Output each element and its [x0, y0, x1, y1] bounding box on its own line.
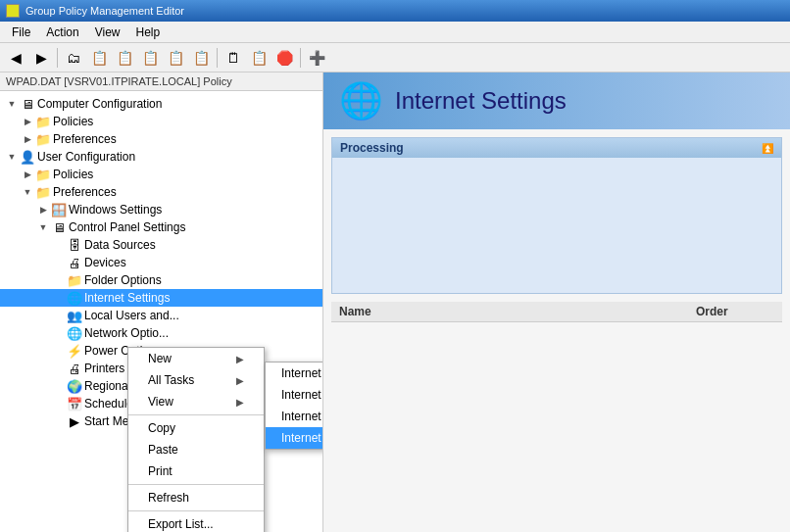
menu-action[interactable]: Action	[38, 24, 86, 41]
ctx-refresh[interactable]: Refresh	[128, 487, 264, 508]
icon-policies-2: 📁	[35, 167, 51, 182]
col-name-header: Name	[339, 305, 696, 318]
tree-item-data-sources[interactable]: 🗄Data Sources	[0, 236, 322, 254]
icon-computer-config: 🖥	[20, 96, 35, 112]
toolbar-btn-5[interactable]: 📋	[164, 46, 187, 70]
sub-ie56[interactable]: Internet Explorer 5 and 6	[266, 363, 323, 384]
expander-local-users[interactable]	[51, 308, 67, 323]
expander-policies-1[interactable]: ▶	[20, 114, 35, 129]
icon-local-users: 👥	[67, 308, 82, 323]
collapse-button[interactable]: ⏫	[762, 143, 773, 154]
ctx-all-tasks-arrow: ▶	[236, 375, 244, 386]
toolbar-btn-4[interactable]: 📋	[138, 46, 162, 70]
toolbar-btn-3[interactable]: 📋	[113, 46, 136, 70]
menu-view[interactable]: View	[87, 24, 128, 41]
icon-preferences-1: 📁	[35, 131, 51, 147]
tree-item-preferences-1[interactable]: ▶📁Preferences	[0, 130, 322, 148]
address-bar: WPAD.DAT [VSRV01.ITPIRATE.LOCAL] Policy	[0, 73, 322, 91]
tree-item-control-panel[interactable]: ▼🖥Control Panel Settings	[0, 218, 322, 236]
tree-item-network-options[interactable]: 🌐Network Optio...	[0, 324, 322, 342]
icon-devices: 🖨	[67, 255, 82, 270]
toolbar-btn-add[interactable]: ➕	[305, 46, 328, 70]
sub-ie10[interactable]: Internet Explorer 10	[266, 427, 323, 449]
icon-folder-options: 📁	[67, 272, 82, 288]
toolbar-btn-6[interactable]: 📋	[189, 46, 213, 70]
menu-help[interactable]: Help	[128, 24, 169, 41]
header-title: Internet Settings	[395, 87, 567, 115]
tree-item-computer-config[interactable]: ▼🖥Computer Configuration	[0, 95, 322, 113]
menu-file[interactable]: File	[4, 24, 38, 41]
menu-bar: File Action View Help	[0, 22, 790, 43]
ctx-sep-3	[128, 510, 264, 511]
label-data-sources: Data Sources	[84, 238, 156, 252]
expander-folder-options[interactable]	[51, 272, 67, 288]
expander-devices[interactable]	[51, 255, 67, 270]
expander-power-options[interactable]	[51, 343, 67, 359]
expander-preferences-1[interactable]: ▶	[20, 131, 35, 147]
ctx-export[interactable]: Export List...	[128, 513, 264, 532]
toolbar-btn-8[interactable]: 📋	[247, 46, 271, 70]
toolbar-btn-9[interactable]: 🛑	[272, 46, 296, 70]
label-user-config: User Configuration	[37, 150, 135, 164]
title-bar: Group Policy Management Editor	[0, 0, 790, 22]
sub-ie7[interactable]: Internet Explorer 7	[266, 384, 323, 406]
tree-item-user-config[interactable]: ▼👤User Configuration	[0, 148, 322, 166]
expander-start-menu[interactable]	[51, 413, 67, 429]
expander-regional-options[interactable]	[51, 378, 67, 394]
ctx-paste[interactable]: Paste	[128, 439, 264, 460]
processing-header: Processing ⏫	[332, 138, 781, 158]
tree-item-windows-settings[interactable]: ▶🪟Windows Settings	[0, 201, 322, 218]
ctx-new[interactable]: New ▶	[128, 348, 264, 369]
expander-computer-config[interactable]: ▼	[4, 96, 20, 112]
toolbar-btn-1[interactable]: 🗂	[62, 46, 85, 70]
expander-user-config[interactable]: ▼	[4, 149, 20, 165]
expander-network-options[interactable]	[51, 325, 67, 341]
tree-item-local-users[interactable]: 👥Local Users and...	[0, 307, 322, 324]
icon-regional-options: 🌍	[67, 378, 82, 394]
col-order-header: Order	[696, 305, 774, 318]
right-header: 🌐 Internet Settings	[323, 73, 790, 129]
right-content: Processing ⏫ Name Order	[323, 129, 790, 532]
label-printers: Printers	[84, 362, 124, 375]
icon-printers: 🖨	[67, 361, 82, 376]
expander-data-sources[interactable]	[51, 237, 67, 253]
toolbar-back[interactable]: ◀	[4, 46, 27, 70]
ctx-print[interactable]: Print	[128, 460, 264, 482]
label-control-panel: Control Panel Settings	[69, 220, 185, 234]
tree-item-preferences-2[interactable]: ▼📁Preferences	[0, 183, 322, 201]
label-windows-settings: Windows Settings	[69, 203, 162, 217]
label-devices: Devices	[84, 256, 126, 269]
toolbar-sep-1	[57, 48, 58, 68]
toolbar-forward[interactable]: ▶	[29, 46, 53, 70]
icon-scheduled-tasks: 📅	[67, 396, 82, 411]
tree-item-policies-2[interactable]: ▶📁Policies	[0, 166, 322, 183]
expander-control-panel[interactable]: ▼	[35, 219, 51, 235]
ctx-view-arrow: ▶	[236, 397, 244, 408]
expander-internet-settings[interactable]	[51, 290, 67, 306]
toolbar-btn-2[interactable]: 📋	[87, 46, 111, 70]
tree-item-devices[interactable]: 🖨Devices	[0, 254, 322, 271]
expander-printers[interactable]	[51, 361, 67, 376]
toolbar-btn-7[interactable]: 🗒	[222, 46, 245, 70]
tree-item-policies-1[interactable]: ▶📁Policies	[0, 113, 322, 130]
sub-ie89[interactable]: Internet Explorer 8 and 9	[266, 406, 323, 427]
right-panel: 🌐 Internet Settings Processing ⏫ Name Or…	[323, 73, 790, 532]
list-header: Name Order	[331, 302, 782, 322]
app-icon	[6, 4, 20, 18]
expander-preferences-2[interactable]: ▼	[20, 184, 35, 200]
context-menu: New ▶ All Tasks ▶ View ▶ Copy Paste Prin…	[127, 347, 265, 532]
ctx-copy[interactable]: Copy	[128, 417, 264, 439]
expander-policies-2[interactable]: ▶	[20, 167, 35, 182]
expander-scheduled-tasks[interactable]	[51, 396, 67, 411]
ctx-all-tasks[interactable]: All Tasks ▶	[128, 369, 264, 391]
tree-panel: WPAD.DAT [VSRV01.ITPIRATE.LOCAL] Policy …	[0, 73, 323, 532]
expander-windows-settings[interactable]: ▶	[35, 202, 51, 218]
ctx-view[interactable]: View ▶	[128, 391, 264, 412]
tree-item-folder-options[interactable]: 📁Folder Options	[0, 271, 322, 289]
processing-label: Processing	[340, 141, 404, 155]
ctx-new-arrow: ▶	[236, 354, 244, 364]
tree-item-internet-settings[interactable]: 🌐Internet Settings	[0, 289, 322, 307]
icon-control-panel: 🖥	[51, 219, 67, 235]
icon-policies-1: 📁	[35, 114, 51, 129]
header-icon: 🌐	[339, 80, 383, 121]
